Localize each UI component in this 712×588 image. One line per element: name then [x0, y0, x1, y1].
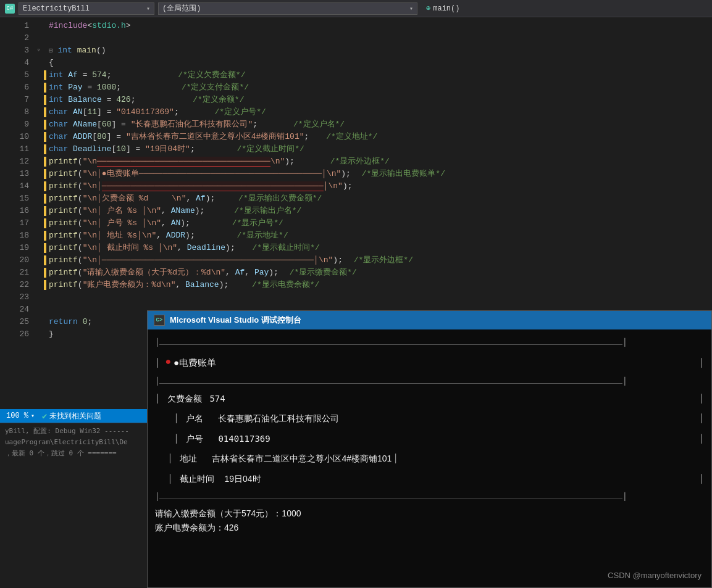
gutter-7: 7 — [0, 94, 29, 106]
gutter-26: 26 — [0, 328, 29, 341]
console-value-account: 0140117369 — [218, 432, 270, 445]
code-line-16: printf("\n│ 户名 %s │\n", AName); /*显示输出户名… — [46, 205, 712, 217]
gutter-23: 23 — [0, 291, 29, 304]
gutter-18: 18 — [0, 230, 29, 242]
gutter-16: 16 — [0, 205, 29, 217]
console-bullet-icon: ● — [165, 355, 171, 371]
code-line-20: printf("\n│─────────────────────────────… — [46, 254, 712, 267]
collapse-empty-16 — [34, 205, 43, 217]
code-line-1: #include<stdio.h> — [46, 20, 712, 32]
project-dropdown[interactable]: ElectricityBill ▾ — [19, 2, 154, 15]
gutter-4: 4 — [0, 57, 29, 69]
scope-dropdown[interactable]: (全局范围) ▾ — [158, 2, 417, 15]
console-window: C> Microsoft Visual Studio 调试控制台 ││ │ ● … — [147, 310, 712, 588]
zoom-value: 100 % — [6, 412, 28, 420]
console-row-account: │ 户号 0140117369 │ — [155, 429, 704, 449]
line-numbers: 1 2 3 4 5 6 7 8 9 10 11 12 13 14 15 16 1… — [0, 17, 34, 409]
project-icon: C# — [5, 4, 15, 14]
console-border-top: ││ — [155, 337, 704, 349]
collapse-main[interactable]: ▿ — [34, 44, 43, 57]
collapse-empty-9 — [34, 118, 43, 131]
console-value-deadline: 19日04时 — [224, 472, 261, 486]
console-border-bottom: ││ — [155, 491, 704, 503]
code-line-11: char Deadline[10] = "19日04时"; /*定义截止时间*/ — [46, 143, 712, 155]
code-line-15: printf("\n│欠费金额 %d \n", Af); /*显示输出欠费金额*… — [46, 193, 712, 205]
gutter-3: 3 — [0, 44, 29, 57]
console-value-address: 吉林省长春市二道区中意之尊小区4#楼商铺101 — [212, 452, 392, 465]
console-titlebar: C> Microsoft Visual Studio 调试控制台 — [148, 311, 711, 329]
code-line-12: printf("\n──────────────────────────────… — [46, 155, 712, 168]
console-app-icon: C> — [154, 315, 165, 326]
gutter-9: 9 — [0, 118, 29, 131]
gutter-8: 8 — [0, 106, 29, 118]
code-line-13: printf("\n│●电费账单────────────────────────… — [46, 168, 712, 180]
code-line-17: printf("\n│ 户号 %s │\n", AN); /*显示户号*/ — [46, 217, 712, 230]
collapse-empty-17 — [34, 217, 43, 230]
gutter-17: 17 — [0, 217, 29, 230]
console-label-deadline: 截止时间 — [180, 472, 217, 486]
collapse-empty-18 — [34, 230, 43, 242]
collapse-empty-2 — [34, 32, 43, 44]
collapse-empty-6 — [34, 81, 43, 94]
csdn-watermark: CSDN @manyoftenvictory — [608, 571, 702, 580]
code-line-23 — [46, 291, 712, 304]
console-label-account: 户号 — [186, 432, 211, 445]
code-line-5: int Af = 574; /*定义欠费金额*/ — [46, 69, 712, 81]
collapse-empty-7 — [34, 94, 43, 106]
code-line-4: { — [46, 57, 712, 69]
collapse-empty-13 — [34, 168, 43, 180]
collapse-empty-8 — [34, 106, 43, 118]
code-line-7: int Balance = 426; /*定义余额*/ — [46, 94, 712, 106]
scope-label: (全局范围) — [162, 3, 201, 14]
project-name: ElectricityBill — [23, 4, 90, 13]
console-pipe-right-1: │ — [699, 356, 704, 370]
collapse-empty-20 — [34, 254, 43, 267]
code-line-14: printf("\n│─────────────────────────────… — [46, 180, 712, 193]
gutter-21: 21 — [0, 267, 29, 279]
gutter-10: 10 — [0, 131, 29, 143]
console-body: ││ │ ● ●电费账单 │ ││ │ 欠费金额 574 │ │ 户名 长春惠鹏… — [148, 329, 711, 539]
gutter-5: 5 — [0, 69, 29, 81]
zoom-control[interactable]: 100 % ▾ — [6, 412, 35, 420]
collapse-empty-21 — [34, 267, 43, 279]
console-label-amount: 欠费金额 — [167, 392, 204, 405]
code-line-10: char ADDR[80] = "吉林省长春市二道区中意之尊小区4#楼商铺101… — [46, 131, 712, 143]
console-value-name: 长春惠鹏石油化工科技有限公司 — [218, 412, 339, 425]
console-prompt: 请输入缴费金额（大于574元）：1000 — [155, 507, 704, 520]
gutter-25: 25 — [0, 316, 29, 328]
console-separator: ││ — [155, 376, 704, 387]
gutter-13: 13 — [0, 168, 29, 180]
console-pipe-left-1: │ — [155, 356, 160, 370]
collapse-column: ▿ — [34, 17, 43, 409]
collapse-empty-19 — [34, 242, 43, 254]
collapse-empty-11 — [34, 143, 43, 155]
func-label: main() — [433, 4, 459, 13]
gutter-1: 1 — [0, 20, 29, 32]
gutter-14: 14 — [0, 180, 29, 193]
console-label-name: 户名 — [186, 412, 211, 425]
collapse-empty-15 — [34, 193, 43, 205]
gutter-22: 22 — [0, 279, 29, 291]
console-row-amount: │ 欠费金额 574 │ — [155, 389, 704, 408]
console-title: Microsoft Visual Studio 调试控制台 — [170, 315, 301, 326]
code-line-8: char AN[11] = "0140117369"; /*定义户号*/ — [46, 106, 712, 118]
code-line-22: printf("账户电费余额为：%d\n", Balance); /*显示电费余… — [46, 279, 712, 291]
no-issues-label: 未找到相关问题 — [49, 411, 101, 421]
status-check: ✔ 未找到相关问题 — [42, 411, 101, 421]
gutter-12: 12 — [0, 155, 29, 168]
console-row-address: │ 地址 吉林省长春市二道区中意之尊小区4#楼商铺101 │ — [155, 449, 704, 468]
console-bill-title: ●电费账单 — [174, 355, 216, 370]
code-line-9: char AName[60] = "长春惠鹏石油化工科技有限公司"; /*定义户… — [46, 118, 712, 131]
collapse-empty-22 — [34, 279, 43, 291]
gutter-15: 15 — [0, 193, 29, 205]
console-row-deadline: │ 截止时间 19日04时 │ — [155, 469, 704, 489]
func-icon: ⊕ — [426, 4, 430, 13]
dropdown-arrow: ▾ — [146, 5, 150, 12]
collapse-empty-1 — [34, 20, 43, 32]
include-macro: #include — [49, 21, 87, 30]
code-line-3: ⊟ int main() — [46, 44, 712, 57]
collapse-empty-14 — [34, 180, 43, 193]
code-line-18: printf("\n│ 地址 %s│\n", ADDR); /*显示地址*/ — [46, 230, 712, 242]
gutter-19: 19 — [0, 242, 29, 254]
code-line-6: int Pay = 1000; /*定义支付金额*/ — [46, 81, 712, 94]
